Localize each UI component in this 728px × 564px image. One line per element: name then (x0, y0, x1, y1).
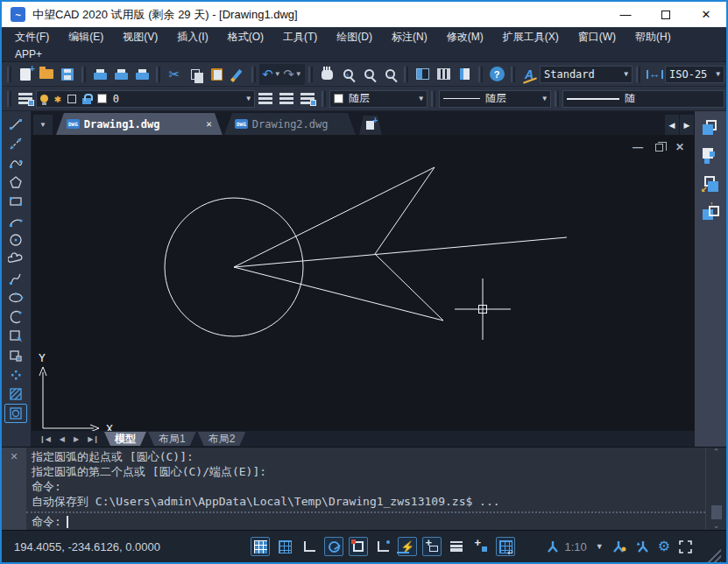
annotation-visibility-button[interactable] (612, 539, 626, 553)
tab-close-icon[interactable]: ✕ (194, 118, 212, 130)
move-over-button[interactable]: ↑ (701, 204, 720, 222)
tab-list-dropdown[interactable]: ▼ (33, 115, 53, 135)
menu-item[interactable]: 扩展工具(X) (493, 27, 569, 47)
menu-item[interactable]: 绘图(D) (327, 27, 382, 47)
insert-block-tool[interactable] (4, 327, 27, 346)
layer-previous-button[interactable] (276, 88, 297, 109)
sheet-set-button[interactable] (454, 64, 475, 85)
menu-item[interactable]: 编辑(E) (59, 27, 113, 47)
menu-item[interactable]: 工具(T) (273, 27, 327, 47)
next-layout-button[interactable]: ▶ (69, 435, 83, 443)
save-button[interactable] (57, 64, 78, 85)
undo-button[interactable]: ↶▼ (261, 64, 282, 85)
resize-grip[interactable] (706, 547, 721, 562)
layer-freeze-icon[interactable]: ✱ (54, 93, 61, 104)
command-input[interactable]: 命令: (26, 511, 705, 530)
scroll-down-icon[interactable]: ⌄ (713, 521, 720, 530)
dynamic-ucs-toggle[interactable]: ⚡ (398, 537, 417, 556)
layer-states-button[interactable] (255, 88, 276, 109)
menu-item[interactable]: 文件(F) (5, 27, 59, 47)
linetype-combo[interactable]: 随层 ▼ (439, 90, 551, 108)
menu-item[interactable]: 标注(N) (382, 27, 437, 47)
toolbar-grip[interactable] (7, 91, 11, 107)
ellipse-arc-tool[interactable] (4, 307, 27, 327)
document-tab[interactable]: DWG Drawing2.dwg ✕ (224, 113, 356, 135)
dynamic-input-toggle[interactable] (422, 537, 442, 556)
layer-vp-freeze-icon[interactable] (67, 95, 76, 103)
zoom-window-button[interactable]: ▫ (358, 64, 379, 85)
annotation-scale-button[interactable]: 1:10 (546, 539, 586, 553)
redo-dropdown-icon[interactable]: ▼ (295, 70, 302, 78)
point-tool[interactable] (4, 365, 27, 384)
layer-lock-icon[interactable] (82, 98, 91, 104)
object-snap-toggle[interactable] (349, 537, 368, 556)
zoom-previous-button[interactable]: ← (379, 64, 400, 85)
menu-item[interactable]: 修改(M) (437, 27, 493, 47)
auto-annotation-button[interactable] (635, 539, 649, 553)
scale-dropdown-icon[interactable]: ▼ (596, 542, 604, 551)
window-close-button[interactable]: ✕ (686, 2, 726, 27)
hatch-tool[interactable] (4, 384, 27, 404)
draworder-back-button[interactable] (701, 148, 720, 166)
layer-manager-button[interactable] (15, 88, 36, 109)
ellipse-tool[interactable] (4, 288, 27, 307)
new-tab-button[interactable] (359, 116, 382, 135)
copy-button[interactable] (185, 64, 206, 85)
zoom-realtime-button[interactable]: ± (337, 64, 358, 85)
menu-item[interactable]: 帮助(H) (626, 27, 681, 47)
paste-button[interactable] (206, 64, 227, 85)
dim-style-combo[interactable]: ISO-25 ▼ (665, 66, 724, 83)
app-plus-menu[interactable]: APP+ (15, 48, 42, 60)
command-scrollbar[interactable]: ⌃ ⌄ (705, 448, 726, 530)
layer-isolate-button[interactable] (297, 88, 318, 109)
layout-tab[interactable]: 布局1 (148, 432, 196, 446)
layer-combo[interactable]: ✱ 0 ▼ (36, 90, 255, 108)
polar-toggle[interactable] (324, 537, 343, 556)
drawing-canvas[interactable]: YX — ✕ (32, 135, 695, 431)
spline-tool[interactable] (4, 269, 27, 288)
settings-button[interactable]: ⚙ (658, 539, 670, 554)
layout-tab[interactable]: 模型 (104, 432, 146, 446)
doc-minimize-icon[interactable]: — (633, 141, 643, 153)
draworder-front-button[interactable] (701, 120, 720, 137)
lineweight-display-toggle[interactable] (447, 537, 466, 556)
cut-button[interactable]: ✂ (164, 64, 185, 85)
lineweight-combo[interactable]: 随 (562, 90, 724, 108)
prev-layout-button[interactable]: ◀ (55, 435, 69, 443)
command-panel-close-icon[interactable]: ✕ (10, 451, 18, 530)
polyline-tool[interactable] (4, 153, 27, 173)
arc-tool[interactable] (4, 211, 27, 230)
region-tool[interactable] (4, 404, 27, 423)
last-layout-button[interactable]: ▶❙ (83, 435, 103, 443)
text-style-combo[interactable]: Standard ▼ (540, 66, 633, 83)
redo-button[interactable]: ↷▼ (282, 64, 303, 85)
window-maximize-button[interactable] (646, 2, 686, 27)
layer-color-swatch[interactable] (97, 94, 107, 103)
print-button[interactable] (89, 64, 110, 85)
first-layout-button[interactable]: ❙◀ (35, 435, 55, 443)
doc-restore-icon[interactable] (655, 144, 663, 152)
open-file-button[interactable] (36, 64, 57, 85)
quick-properties-toggle[interactable] (471, 537, 491, 556)
tab-scroll-left-button[interactable]: ◀ (665, 115, 679, 135)
color-combo[interactable]: 随层 ▼ (329, 90, 428, 108)
tab-scroll-right-button[interactable]: ▶ (680, 115, 694, 135)
scroll-up-icon[interactable]: ⌃ (713, 448, 720, 456)
scrollbar-thumb[interactable] (711, 505, 722, 519)
grid-toggle[interactable] (251, 537, 270, 556)
menu-item[interactable]: 格式(O) (218, 27, 273, 47)
toolbar-grip[interactable] (7, 67, 11, 82)
help-button[interactable]: ? (486, 64, 507, 85)
print-preview-button[interactable] (110, 64, 131, 85)
properties-button[interactable] (412, 64, 433, 85)
menu-item[interactable]: 视图(V) (113, 27, 167, 47)
menu-item[interactable]: 窗口(W) (569, 27, 626, 47)
document-tab[interactable]: DWG Drawing1.dwg ✕ (56, 113, 223, 135)
construction-line-tool[interactable] (4, 134, 27, 153)
fullscreen-button[interactable] (679, 540, 692, 553)
tool-palettes-button[interactable] (433, 64, 454, 85)
polygon-tool[interactable] (4, 173, 27, 192)
snap-toggle[interactable] (275, 537, 294, 556)
menu-item[interactable]: 插入(I) (167, 27, 217, 47)
new-file-button[interactable] (15, 64, 36, 85)
